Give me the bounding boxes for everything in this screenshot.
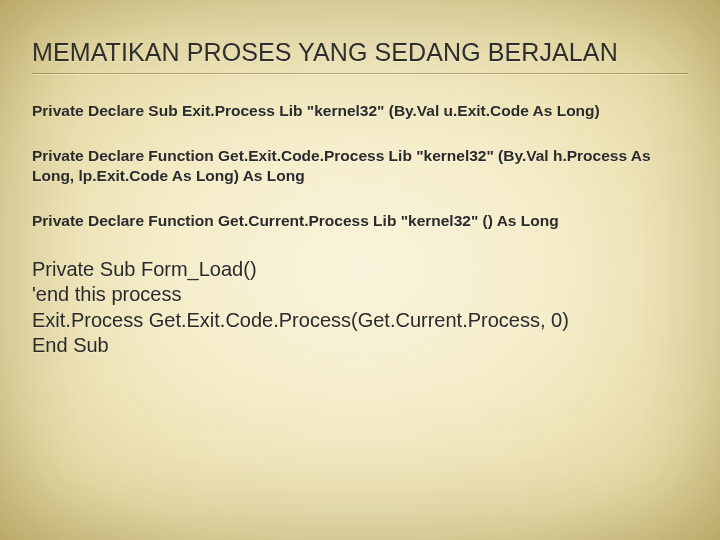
- title-underline: [32, 73, 688, 75]
- code-line-1: Private Sub Form_Load(): [32, 257, 688, 283]
- slide-title: MEMATIKAN PROSES YANG SEDANG BERJALAN: [32, 38, 688, 67]
- code-line-3: Exit.Process Get.Exit.Code.Process(Get.C…: [32, 308, 688, 334]
- declaration-1: Private Declare Sub Exit.Process Lib "ke…: [32, 101, 688, 120]
- code-line-2: 'end this process: [32, 282, 688, 308]
- code-line-4: End Sub: [32, 333, 688, 359]
- declaration-2: Private Declare Function Get.Exit.Code.P…: [32, 146, 688, 185]
- code-block: Private Sub Form_Load() 'end this proces…: [32, 257, 688, 359]
- declaration-3: Private Declare Function Get.Current.Pro…: [32, 211, 688, 230]
